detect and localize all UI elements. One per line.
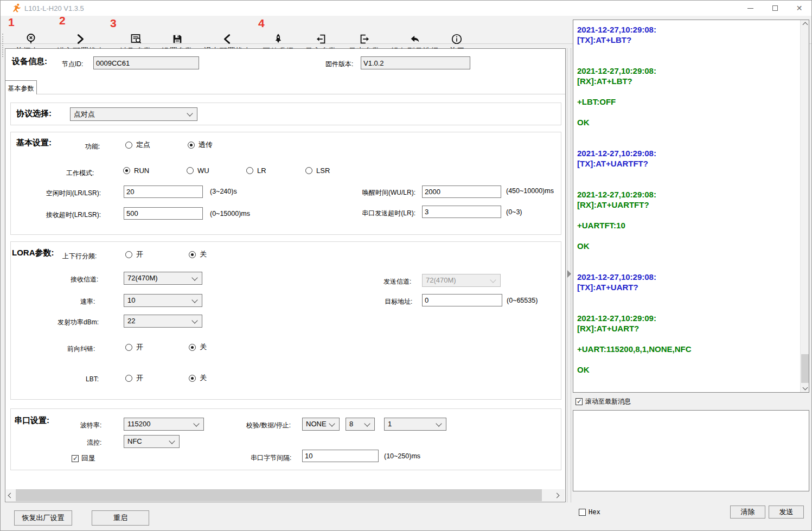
target-addr-field[interactable] [422,294,502,306]
minimize-button[interactable] [738,1,763,16]
idle-time-hint: (3~240)s [210,188,237,195]
byte-interval-field[interactable] [302,450,379,462]
radio-icon [125,251,132,258]
red-annotation-3: 3 [110,17,117,30]
basic-settings-title: 基本设置: [16,138,52,148]
log-line: 2021-12-27,10:29:08: [573,189,800,200]
wake-time-field[interactable] [422,185,501,198]
combo-value: 72(470M) [127,274,158,282]
clear-button[interactable]: 清除 [730,506,765,519]
send-button[interactable]: 发送 [769,506,804,519]
firmware-label: 固件版本: [325,60,353,69]
radio-lbt-off[interactable]: 关 [189,373,207,383]
checkbox-label: 回显 [81,453,95,463]
document-search-icon [117,33,156,46]
log-output[interactable]: 2021-12-27,10:29:08: [TX]:AT+LBT? 2021-1… [573,20,809,393]
device-info-title: 设备信息: [12,56,47,67]
horizontal-scroll-thumb[interactable] [16,489,542,501]
idle-time-label: 空闲时间(LR/LSR): [38,189,101,198]
protocol-select[interactable]: 点对点 [70,107,197,121]
radio-fec-off[interactable]: 关 [189,342,207,352]
toolbar-grip[interactable] [2,34,3,57]
close-button[interactable]: ✕ [787,1,811,16]
log-line: OK [573,117,800,127]
log-scrollbar[interactable] [800,20,809,392]
radio-freq-split-off[interactable]: 关 [189,249,207,259]
radio-icon [125,344,132,351]
splitter-collapse-arrow-icon[interactable] [567,270,571,278]
factory-reset-button[interactable]: 恢复出厂设置 [14,510,72,526]
stop-bits-select[interactable]: 1 [384,418,446,431]
log-line: 2021-12-27,10:29:08: [573,66,800,76]
log-line: [RX]:AT+UART? [573,323,800,334]
log-line: OK [573,241,800,251]
idle-time-field[interactable] [124,185,203,198]
radio-label: 开 [136,249,143,259]
chevron-up-icon [802,22,808,28]
send-input[interactable] [573,410,809,491]
target-addr-label: 目标地址: [385,297,412,306]
checkbox-label: 滚动至最新消息 [585,397,631,406]
radio-transparent[interactable]: 透传 [188,140,213,150]
scroll-left-button[interactable] [6,489,15,501]
scroll-down-button[interactable] [801,383,809,392]
rx-timeout-hint: (0~15000)ms [210,210,250,217]
radio-fixed-point[interactable]: 定点 [125,140,150,150]
protocol-title: 协议选择: [16,108,52,119]
log-line: [TX]:AT+LBT? [573,35,800,45]
scroll-up-button[interactable] [801,20,809,29]
tx-power-select[interactable]: 22 [124,315,202,328]
radio-mode-wu[interactable]: WU [187,167,209,175]
combo-value: 115200 [127,420,150,428]
restart-button[interactable]: 重启 [92,510,149,526]
app-logo-icon [12,3,21,12]
byte-interval-hint: (10~250)ms [384,452,420,460]
rate-select[interactable]: 10 [124,294,202,307]
red-annotation-4: 4 [258,17,265,30]
data-bits-select[interactable]: 8 [346,418,375,431]
tab-basic-params[interactable]: 基本参数 [5,80,37,94]
maximize-button[interactable] [763,1,787,16]
radio-icon [189,344,196,351]
log-line: +LBT:OFF [573,97,800,107]
firmware-field[interactable] [361,56,470,69]
echo-checkbox[interactable]: 回显 [72,453,95,463]
chevron-right-icon [57,33,104,46]
window-title: L101-L-H20 V1.3.5 [24,4,84,12]
node-id-field[interactable] [93,56,199,69]
horizontal-scrollbar[interactable] [6,489,565,501]
log-line: OK [573,364,800,375]
combo-value: 1 [388,420,392,428]
radio-fec-on[interactable]: 开 [125,342,143,352]
radio-mode-run[interactable]: RUN [123,167,149,175]
baud-select[interactable]: 115200 [124,418,204,431]
undo-arrow-icon [388,33,442,46]
radio-mode-lsr[interactable]: LSR [305,167,330,175]
rx-timeout-field[interactable] [124,207,203,220]
log-scroll-thumb[interactable] [801,354,809,383]
radio-freq-split-on[interactable]: 开 [125,249,143,259]
chevron-right-icon [554,492,560,498]
parity-select[interactable]: NONE [302,418,340,431]
checkbox-icon [579,509,586,516]
radio-icon [189,251,196,258]
scroll-right-button[interactable] [552,489,561,501]
scroll-to-latest-checkbox[interactable]: 滚动至最新消息 [576,397,631,406]
import-icon [302,33,340,46]
hex-checkbox[interactable]: Hex [579,508,600,516]
uart-tx-timeout-field[interactable] [422,206,501,218]
radio-lbt-on[interactable]: 开 [125,373,143,383]
target-addr-hint: (0~65535) [507,297,538,304]
radio-icon [246,167,253,174]
port-close-icon [9,33,53,46]
flow-control-select[interactable]: NFC [124,435,180,448]
uart-tx-timeout-hint: (0~3) [506,208,522,216]
rx-channel-select[interactable]: 72(470M) [124,272,202,285]
combo-value: NONE [306,420,327,428]
radio-mode-lr[interactable]: LR [246,167,266,175]
combo-value: NFC [127,437,142,445]
flow-control-label: 流控: [87,438,101,447]
radio-label: 关 [200,342,207,352]
log-line: 2021-12-27,10:29:08: [573,148,800,158]
info-icon [445,33,468,46]
